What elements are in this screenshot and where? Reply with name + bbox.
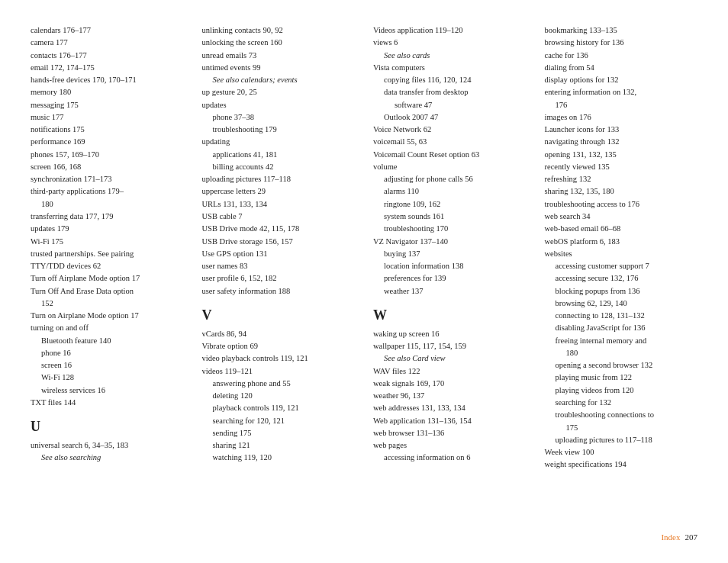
index-entry: recently viewed 135 [545, 161, 698, 173]
section-letter: U [31, 417, 184, 438]
index-entry: messaging 175 [31, 99, 184, 111]
index-entry: calendars 176–177 [31, 24, 184, 37]
index-sub-entry: playing music from 122 [545, 372, 698, 384]
index-entry: weight specifications 194 [545, 458, 698, 471]
footer-page-number: 207 [685, 532, 698, 542]
index-entry: USB Drive mode 42, 115, 178 [202, 223, 356, 235]
index-sub-entry: copying files 116, 120, 124 [373, 74, 527, 86]
index-entry: dialing from 54 [545, 62, 698, 74]
index-sub-entry: billing accounts 42 [202, 161, 356, 173]
index-entry: memory 180 [31, 86, 184, 98]
see-also-entry: See also calendars; events [202, 74, 356, 86]
col-4: bookmarking 133–135browsing history for … [536, 24, 698, 526]
index-entry: trusted partnerships. See pairing [31, 248, 184, 260]
index-sub-entry: alarms 110 [373, 185, 527, 198]
index-entry: entering information on 132, [545, 86, 698, 98]
index-sub-entry: opening a second browser 132 [545, 359, 698, 372]
index-sub-entry: accessing information on 6 [373, 452, 527, 464]
index-sub-entry: accessing secure 132, 176 [545, 272, 698, 285]
index-entry: Vibrate option 69 [202, 340, 356, 352]
index-entry: refreshing 132 [545, 173, 698, 185]
index-sub-sub-entry: 175 [545, 422, 698, 434]
index-entry: bookmarking 133–135 [545, 24, 698, 37]
index-entry: USB cable 7 [202, 211, 356, 223]
index-entry: synchronization 171–173 [31, 173, 184, 185]
index-entry: turning on and off [31, 322, 184, 334]
index-entry: TTY/TDD devices 62 [31, 260, 184, 272]
index-sub-entry: freeing internal memory and [545, 335, 698, 347]
index-sub-entry: blocking popups from 136 [545, 285, 698, 298]
index-entry: images on 176 [545, 111, 698, 124]
index-sub-entry: uploading pictures to 117–118 [545, 434, 698, 446]
index-entry: Videos application 119–120 [373, 24, 527, 37]
index-sub-sub-entry: software 47 [373, 99, 527, 111]
section-letter: V [202, 305, 356, 327]
index-sub-entry: accessing customer support 7 [545, 260, 698, 272]
index-entry: updating [202, 136, 356, 148]
index-entry: uppercase letters 29 [202, 185, 356, 198]
col-3: Videos application 119–120views 6See als… [364, 24, 536, 526]
see-also-entry: See also cards [373, 50, 527, 62]
index-sub-entry: 180 [31, 198, 184, 211]
index-entry: screen 166, 168 [31, 161, 184, 173]
index-entry: user profile 6, 152, 182 [202, 272, 356, 285]
col-1: calendars 176–177camera 177contacts 176–… [31, 24, 193, 526]
index-entry: volume [373, 161, 527, 173]
index-sub-entry: searching for 132 [545, 397, 698, 409]
index-entry: webOS platform 6, 183 [545, 236, 698, 248]
index-entry: video playback controls 119, 121 [202, 352, 356, 365]
index-sub-entry: preferences for 139 [373, 272, 527, 285]
index-entry: notifications 175 [31, 124, 184, 136]
index-sub-entry: wireless services 16 [31, 384, 184, 397]
index-entry: user names 83 [202, 260, 356, 272]
index-entry: Wi-Fi 175 [31, 236, 184, 248]
index-sub-entry: adjusting for phone calls 56 [373, 173, 527, 185]
index-sub-entry: troubleshooting 170 [373, 223, 527, 235]
index-entry: untimed events 99 [202, 62, 356, 74]
index-sub-entry: screen 16 [31, 359, 184, 372]
index-entry: updates 179 [31, 223, 184, 235]
index-entry: Web application 131–136, 154 [373, 415, 527, 427]
index-entry: web addresses 131, 133, 134 [373, 402, 527, 414]
see-also-entry: See also Card view [373, 352, 527, 365]
index-entry: WAV files 122 [373, 365, 527, 378]
index-sub-entry: location information 138 [373, 260, 527, 272]
index-entry: Launcher icons for 133 [545, 124, 698, 136]
index-entry: unlinking contacts 90, 92 [202, 24, 356, 37]
index-sub-entry: Wi-Fi 128 [31, 372, 184, 384]
index-entry: user safety information 188 [202, 285, 356, 298]
index-entry: troubleshooting access to 176 [545, 198, 698, 211]
index-sub-entry: connecting to 128, 131–132 [545, 310, 698, 322]
index-entry: third-party applications 179– [31, 185, 184, 198]
index-entry: camera 177 [31, 37, 184, 49]
index-sub-entry: troubleshooting 179 [202, 124, 356, 136]
index-entry: videos 119–121 [202, 365, 356, 378]
index-entry: web browser 131–136 [373, 427, 527, 439]
index-entry: uploading pictures 117–118 [202, 173, 356, 185]
index-entry: USB Drive storage 156, 157 [202, 236, 356, 248]
index-entry: display options for 132 [545, 74, 698, 86]
index-entry: browsing history for 136 [545, 37, 698, 49]
index-entry: navigating through 132 [545, 136, 698, 148]
index-entry: music 177 [31, 111, 184, 124]
index-sub-entry: data transfer from desktop [373, 86, 527, 98]
index-entry: contacts 176–177 [31, 50, 184, 62]
see-also-entry: See also searching [31, 452, 184, 464]
index-entry: Voice Network 62 [373, 124, 527, 136]
footer-index-label: Index [661, 532, 680, 542]
index-entry: email 172, 174–175 [31, 62, 184, 74]
index-sub-entry: buying 137 [373, 248, 527, 260]
index-entry: Turn off Airplane Mode option 17 [31, 272, 184, 285]
index-entry: web-based email 66–68 [545, 223, 698, 235]
index-entry: weather 96, 137 [373, 390, 527, 402]
index-sub-entry: Bluetooth feature 140 [31, 335, 184, 347]
index-sub-sub-entry: 180 [545, 347, 698, 359]
index-sub-entry: playing videos from 120 [545, 384, 698, 397]
index-entry: performance 169 [31, 136, 184, 148]
index-entry: web pages [373, 439, 527, 452]
index-entry: sharing 132, 135, 180 [545, 185, 698, 198]
index-entry: up gesture 20, 25 [202, 86, 356, 98]
index-entry: Vista computers [373, 62, 527, 74]
index-entry: vCards 86, 94 [202, 328, 356, 340]
index-sub-entry: applications 41, 181 [202, 149, 356, 161]
